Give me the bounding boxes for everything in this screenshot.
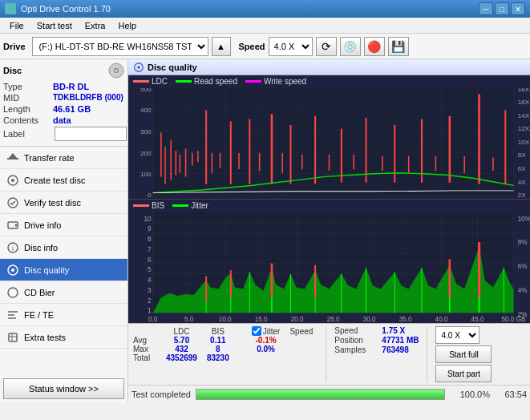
jitter-checkbox[interactable] (252, 326, 261, 336)
svg-text:30.0: 30.0 (363, 315, 376, 323)
stats-total-row: Total 4352699 83230 (133, 353, 318, 362)
svg-text:40.0: 40.0 (435, 315, 448, 323)
svg-point-6 (11, 179, 14, 182)
avg-jitter: -0.1% (247, 336, 285, 345)
svg-text:9: 9 (148, 224, 152, 232)
sidebar-item-transfer-rate[interactable]: Transfer rate (0, 147, 127, 169)
burn-button[interactable]: 🔴 (364, 37, 385, 56)
legend-bis: BIS (133, 201, 164, 210)
start-full-button[interactable]: Start full (435, 345, 492, 363)
chart1-legend: LDC Read speed Write speed (128, 75, 530, 87)
svg-text:15.0: 15.0 (255, 315, 268, 323)
svg-rect-3 (7, 158, 18, 160)
disc-type-row: Type BD-R DL (3, 82, 124, 91)
disc-label-input[interactable] (55, 127, 127, 141)
save-button[interactable]: 💾 (388, 37, 409, 56)
status-window-button[interactable]: Status window >> (3, 378, 124, 399)
svg-text:4X: 4X (518, 179, 527, 186)
read-speed-label: Read speed (194, 77, 237, 86)
menu-start-test[interactable]: Start test (30, 19, 79, 32)
drive-info-icon (6, 219, 19, 232)
position-value: 47731 MB (382, 336, 419, 345)
bis-label: BIS (152, 201, 164, 210)
svg-point-17 (137, 66, 140, 69)
sidebar-item-verify-test-disc[interactable]: Verify test disc (0, 192, 127, 214)
disc-section-title: Disc (3, 66, 22, 75)
svg-text:10%: 10% (518, 214, 530, 222)
disc-length-row: Length 46.61 GB (3, 104, 124, 114)
disc-mid-value: TDKBLDRFB (000) (53, 93, 123, 103)
eject-button[interactable]: ▲ (212, 37, 231, 56)
disc-button[interactable]: 💿 (340, 37, 361, 56)
sidebar-item-disc-info[interactable]: i Disc info (0, 236, 127, 259)
sidebar-item-fe-te[interactable]: FE / TE (0, 304, 127, 326)
extra-tests-icon (6, 331, 19, 344)
samples-value: 763498 (382, 345, 408, 354)
svg-text:12X: 12X (518, 126, 530, 133)
menu-help[interactable]: Help (111, 19, 143, 32)
disc-info-icon: i (6, 241, 19, 254)
drive-select[interactable]: (F:) HL-DT-ST BD-RE WH16NS58 TST4 (32, 37, 208, 56)
stats-row: LDC BIS Jitter Speed (133, 326, 525, 382)
svg-text:100: 100 (140, 172, 152, 179)
minimize-button[interactable]: ─ (479, 2, 493, 15)
svg-text:35.0: 35.0 (399, 315, 412, 323)
sidebar-item-create-test-disc[interactable]: Create test disc (0, 169, 127, 192)
avg-label: Avg (133, 336, 161, 345)
svg-text:14X: 14X (518, 112, 530, 119)
svg-text:10.0: 10.0 (219, 315, 232, 323)
sidebar: Disc Type BD-R DL MID TDKBLDRFB (000) Le… (0, 59, 128, 402)
avg-bis: 0.11 (202, 336, 234, 345)
action-speed-select[interactable]: 4.0 X (435, 326, 479, 344)
samples-label-text: Samples (334, 345, 378, 354)
disc-quality-header-icon (133, 62, 144, 73)
max-ldc: 432 (161, 345, 202, 353)
svg-text:45.0: 45.0 (471, 315, 484, 323)
speed-info-block: Speed 1.75 X Position 47731 MB Samples 7… (334, 326, 419, 354)
chart2-legend: BIS Jitter (128, 200, 530, 212)
start-part-button[interactable]: Start part (435, 365, 492, 382)
menu-file[interactable]: File (3, 19, 30, 32)
svg-text:5.0: 5.0 (184, 315, 194, 323)
legend-read-speed: Read speed (176, 77, 237, 86)
chart2-svg: 10 9 8 7 6 5 4 3 2 1 10% 8% 6% 4% 2% 0.0… (128, 212, 530, 323)
read-speed-color (176, 80, 192, 83)
ldc-label: LDC (152, 77, 168, 86)
total-ldc: 4352699 (161, 353, 202, 362)
svg-text:10X: 10X (518, 139, 530, 146)
chart1-svg: 500 400 300 200 100 0 18X 16X 14X 12X 10… (128, 88, 530, 199)
close-button[interactable]: ✕ (511, 2, 525, 15)
disc-quality-icon (6, 264, 19, 277)
sidebar-item-disc-quality[interactable]: Disc quality (0, 259, 127, 281)
divider1 (326, 326, 326, 382)
speed-label: Speed (239, 42, 265, 51)
sidebar-item-drive-info[interactable]: Drive info (0, 214, 127, 236)
jitter-checkbox-label[interactable]: Jitter (252, 326, 281, 336)
sidebar-item-extra-tests[interactable]: Extra tests (0, 326, 127, 349)
content-title: Disc quality (148, 63, 197, 72)
speed-select[interactable]: 4.0 X 1.0 X 2.0 X 6.0 X 8.0 X (269, 37, 313, 56)
refresh-button[interactable]: ⟳ (316, 37, 337, 56)
disc-contents-value: data (53, 115, 71, 125)
maximize-button[interactable]: □ (495, 2, 509, 15)
jitter-label: Jitter (191, 201, 208, 210)
max-label: Max (133, 345, 161, 353)
svg-text:10: 10 (144, 214, 152, 222)
svg-marker-4 (9, 153, 17, 158)
app-icon (5, 3, 16, 14)
svg-text:1: 1 (148, 306, 152, 314)
sidebar-item-cd-bier[interactable]: CD Bier (0, 281, 127, 304)
write-speed-color (245, 80, 261, 83)
fe-te-icon (6, 309, 19, 321)
svg-text:25.0: 25.0 (327, 315, 340, 323)
svg-point-13 (11, 269, 14, 272)
menu-extra[interactable]: Extra (79, 19, 112, 32)
col-speed: Speed (285, 326, 318, 336)
svg-text:20.0: 20.0 (291, 315, 304, 323)
stats-max-row: Max 432 8 0.0% (133, 345, 318, 353)
avg-ldc: 5.70 (161, 336, 202, 345)
disc-mid-row: MID TDKBLDRFB (000) (3, 93, 124, 103)
main-area: Disc Type BD-R DL MID TDKBLDRFB (000) Le… (0, 59, 530, 402)
svg-point-9 (15, 224, 18, 226)
progress-bar-fill (196, 390, 444, 399)
